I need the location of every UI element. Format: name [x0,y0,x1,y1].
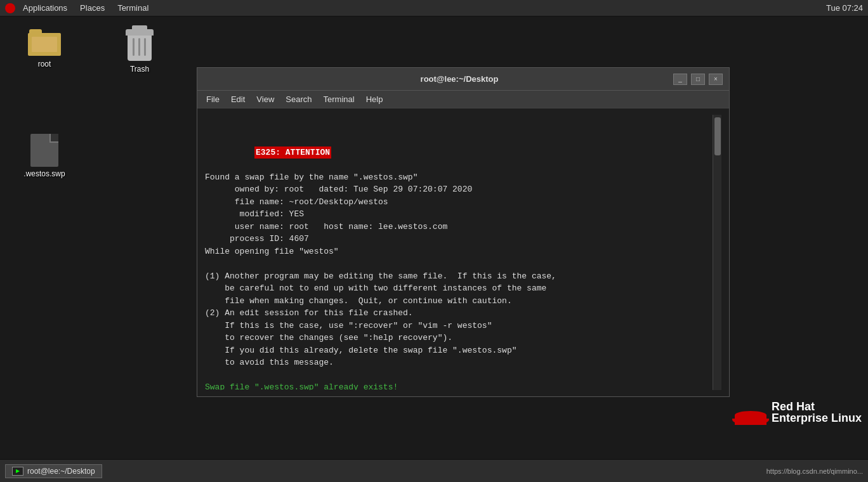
redhat-text-line1: Red Hat [772,401,862,412]
trash-line-3 [144,38,146,56]
term-help-menu[interactable]: Help [361,93,388,105]
window-controls: _ □ × [673,74,723,85]
term-search-menu[interactable]: Search [280,93,317,105]
redhat-icon [5,3,15,13]
file-icon [30,134,58,167]
trash-body [128,36,152,61]
desktop-icon-trash[interactable]: Trash [114,29,165,74]
trash-line-2 [138,38,140,56]
term-view-menu[interactable]: View [251,93,279,105]
term-terminal-menu[interactable]: Terminal [319,93,360,105]
term-line-14: to recover the changes (see ":help recov… [205,332,713,344]
terminal-menubar: File Edit View Search Terminal Help [197,91,729,108]
term-line-9: (1) Another program may be editing the s… [205,270,713,283]
attention-line: E325: ATTENTION [205,134,713,171]
trash-icon [126,29,154,62]
top-menubar: Applications Places Terminal Tue 07:24 [0,0,868,16]
term-line-5: user name: root host name: lee.westos.co… [205,221,713,233]
applications-menu[interactable]: Applications [18,2,72,14]
term-line-2: owned by: root dated: Tue Sep 29 07:20:0… [205,183,713,196]
redhat-hat-icon [735,400,766,425]
term-line-6: process ID: 4607 [205,233,713,245]
term-line-8 [205,257,713,270]
attention-badge: E325: ATTENTION [254,147,331,159]
term-line-10: be careful not to end up with two differ… [205,282,713,295]
taskbar-task-label: root@lee:~/Desktop [27,467,95,476]
places-menu[interactable]: Places [75,2,110,14]
term-line-11: file when making changes. Quit, or conti… [205,295,713,308]
top-bar-left: Applications Places Terminal [5,2,154,14]
term-edit-menu[interactable]: Edit [226,93,250,105]
terminal-scrollbar[interactable] [713,115,721,390]
terminal-titlebar: root@lee:~/Desktop _ □ × [197,68,729,91]
redhat-logo: Red Hat Enterprise Linux [735,400,862,425]
swp-icon-label: .westos.swp [23,169,65,178]
desktop: root Trash .westos.swp root@lee:~/Deskto… [0,16,868,457]
terminal-top-space [205,115,713,134]
term-line-4: modified: YES [205,208,713,221]
clock: Tue 07:24 [826,3,863,13]
desktop-icon-root[interactable]: root [19,29,70,68]
taskbar: root@lee:~/Desktop https://blog.csdn.net… [0,459,868,482]
term-line-7: While opening file "westos" [205,245,713,258]
taskbar-terminal-icon [12,467,23,476]
term-file-menu[interactable]: File [201,93,225,105]
trash-icon-label: Trash [130,65,149,74]
root-icon-label: root [38,60,51,68]
taskbar-url-hint: https://blog.csdn.net/qimmino... [766,467,863,475]
trash-lid [126,29,154,36]
taskbar-left: root@lee:~/Desktop [5,464,102,478]
term-line-16: to avoid this message. [205,356,713,369]
terminal-title: root@lee:~/Desktop [246,74,673,84]
desktop-icon-swp[interactable]: .westos.swp [19,134,70,178]
minimize-button[interactable]: _ [673,74,687,85]
maximize-button[interactable]: □ [691,74,705,85]
terminal-text-area: E325: ATTENTION Found a swap file by the… [205,115,713,390]
taskbar-terminal-item[interactable]: root@lee:~/Desktop [5,464,102,478]
term-line-13: If this is the case, use ":recover" or "… [205,320,713,332]
redhat-text: Red Hat Enterprise Linux [772,401,862,424]
folder-body [28,33,61,56]
term-line-3: file name: ~root/Desktop/westos [205,196,713,209]
term-green-1: Swap file ".westos.swp" already exists! [205,381,713,390]
scrollbar-thumb [714,117,721,155]
redhat-text-line2: Enterprise Linux [772,412,862,424]
terminal-content[interactable]: E325: ATTENTION Found a swap file by the… [197,108,729,396]
term-line-17 [205,369,713,382]
folder-icon [28,29,61,57]
term-line-15: If you did this already, delete the swap… [205,344,713,357]
trash-line-1 [133,38,135,56]
term-line-12: (2) An edit session for this file crashe… [205,307,713,320]
terminal-window: root@lee:~/Desktop _ □ × File Edit View … [197,67,730,397]
terminal-menu[interactable]: Terminal [112,2,154,14]
close-button[interactable]: × [709,74,723,85]
term-line-1: Found a swap file by the name ".westos.s… [205,171,713,184]
